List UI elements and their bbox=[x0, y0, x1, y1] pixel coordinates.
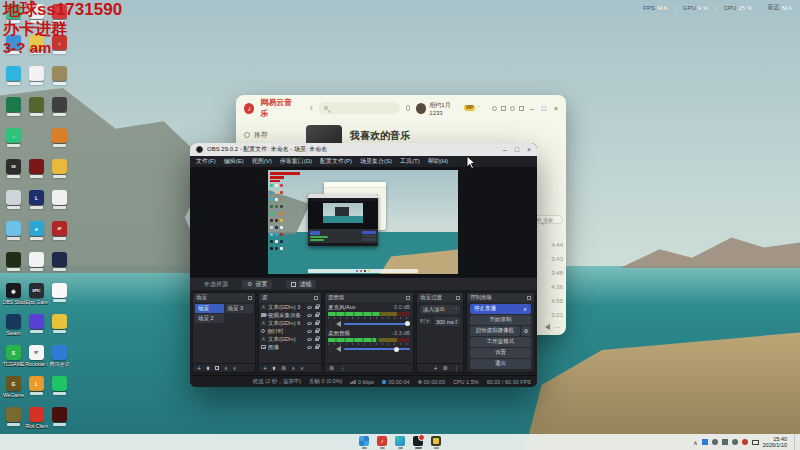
add-source-button[interactable]: + bbox=[263, 365, 267, 372]
minimize-button[interactable]: – bbox=[503, 146, 507, 153]
speaker-icon[interactable] bbox=[336, 321, 341, 327]
more-icon[interactable]: ⋯ bbox=[554, 323, 560, 330]
desktop-icon[interactable] bbox=[48, 190, 71, 221]
desktop-icon[interactable]: L bbox=[25, 190, 48, 221]
desktop-icon[interactable]: ♪ bbox=[2, 128, 25, 159]
desktop-icon[interactable] bbox=[2, 221, 25, 252]
desktop-icon[interactable] bbox=[2, 97, 25, 128]
menu-item[interactable]: 帮助(H) bbox=[428, 157, 448, 166]
speaker-icon[interactable] bbox=[336, 346, 341, 352]
desktop-icon[interactable]: Steam bbox=[2, 314, 25, 345]
filters-button[interactable]: 滤镜 bbox=[286, 280, 316, 289]
move-up-button[interactable]: ∧ bbox=[291, 366, 295, 371]
advanced-audio-button[interactable]: ⚙ bbox=[329, 365, 334, 371]
control-button-开始录制[interactable]: 开始录制 bbox=[470, 315, 531, 325]
stop-streaming-button[interactable]: 停止直播∨ bbox=[470, 304, 531, 314]
tray-chevron-icon[interactable]: ∧ bbox=[693, 439, 697, 446]
menu-item[interactable]: 视图(V) bbox=[252, 157, 272, 166]
settings-icon[interactable] bbox=[501, 106, 506, 111]
virtual-camera-button[interactable]: 启动虚拟摄像机 bbox=[470, 326, 520, 336]
control-button-工作室模式[interactable]: 工作室模式 bbox=[470, 337, 531, 347]
lock-icon[interactable] bbox=[315, 314, 319, 317]
source-row[interactable]: A文本(GDI+) 6 bbox=[261, 319, 319, 327]
desktop-icon[interactable]: 4F bbox=[48, 221, 71, 252]
tray-app-icon[interactable] bbox=[712, 439, 718, 445]
source-row[interactable]: 图像 bbox=[261, 343, 319, 351]
volume-icon[interactable] bbox=[545, 324, 550, 330]
popout-icon[interactable] bbox=[527, 296, 531, 300]
mixer-menu-icon[interactable]: ⋮ bbox=[339, 365, 345, 371]
volume-slider[interactable] bbox=[344, 348, 410, 350]
menu-item[interactable]: 编辑(E) bbox=[224, 157, 244, 166]
add-scene-button[interactable]: + bbox=[197, 365, 201, 372]
source-properties-button[interactable]: ⚙ bbox=[281, 365, 286, 371]
taskbar-edge[interactable] bbox=[395, 436, 405, 449]
start-button[interactable] bbox=[359, 436, 369, 449]
move-up-button[interactable]: ∧ bbox=[224, 366, 228, 371]
minimize-button[interactable]: – bbox=[530, 105, 534, 112]
chevron-down-icon[interactable]: ∨ bbox=[523, 306, 527, 312]
desktop-icon[interactable]: ◉OBS Studio bbox=[2, 283, 25, 314]
scene-item[interactable]: 场景 3 bbox=[225, 304, 254, 313]
popout-icon[interactable] bbox=[456, 296, 460, 300]
desktop-icon[interactable] bbox=[48, 66, 71, 97]
tray-app-icon[interactable] bbox=[742, 439, 748, 445]
desktop-icon[interactable] bbox=[2, 66, 25, 97]
transition-properties-button[interactable]: ⚙ bbox=[443, 365, 448, 371]
lock-icon[interactable] bbox=[315, 338, 319, 341]
sidebar-item-推荐[interactable]: 推荐 bbox=[244, 127, 292, 143]
menu-item[interactable]: 停靠窗口(D) bbox=[280, 157, 312, 166]
desktop-icon[interactable]: L bbox=[25, 376, 48, 407]
popout-icon[interactable] bbox=[406, 296, 410, 300]
source-row[interactable]: 视频采集设备 bbox=[261, 311, 319, 319]
desktop-icon[interactable] bbox=[25, 314, 48, 345]
source-row[interactable]: A文本(GDI+) bbox=[261, 335, 319, 343]
transition-menu-icon[interactable]: ⋮ bbox=[453, 365, 459, 371]
scene-item[interactable]: 场景 bbox=[195, 304, 224, 313]
taskbar-obs[interactable] bbox=[413, 436, 423, 449]
visibility-eye-icon[interactable] bbox=[307, 322, 312, 325]
obs-titlebar[interactable]: OBS 29.0.2 - 配置文件: 未命名 - 场景: 未命名 – □ × bbox=[190, 143, 537, 156]
scene-item[interactable]: 场景 2 bbox=[195, 314, 224, 323]
user-area[interactable]: 相约1月1233 VIP ˇ bbox=[416, 101, 479, 116]
drag-handle-icon[interactable]: ⋮ bbox=[328, 321, 333, 326]
source-row[interactable]: 倒计时 bbox=[261, 327, 319, 335]
desktop-icon[interactable] bbox=[25, 252, 48, 283]
visibility-eye-icon[interactable] bbox=[307, 338, 312, 341]
close-button[interactable]: × bbox=[554, 105, 558, 112]
desktop-icon[interactable] bbox=[48, 376, 71, 407]
desktop-icon[interactable]: 腾讯会议 bbox=[48, 345, 71, 376]
remove-scene-button[interactable] bbox=[206, 366, 210, 370]
desktop-icon[interactable] bbox=[48, 97, 71, 128]
add-transition-button[interactable]: + bbox=[434, 365, 438, 372]
desktop-icon[interactable] bbox=[48, 283, 71, 314]
virtual-camera-settings-button[interactable]: ⚙ bbox=[521, 326, 531, 336]
desktop-icon[interactable]: STCGAME bbox=[2, 345, 25, 376]
lock-icon[interactable] bbox=[315, 330, 319, 333]
desktop-icon[interactable]: e bbox=[25, 221, 48, 252]
tray-app-icon[interactable] bbox=[732, 439, 738, 445]
microphone-icon[interactable] bbox=[406, 105, 410, 111]
lock-icon[interactable] bbox=[315, 322, 319, 325]
popout-icon[interactable] bbox=[248, 296, 252, 300]
desktop-icon[interactable]: EPICEpic Games Launcher bbox=[25, 283, 48, 314]
desktop-icon[interactable]: R*Rockstar Games bbox=[25, 345, 48, 376]
duplicate-scene-button[interactable] bbox=[215, 366, 219, 370]
desktop-icon[interactable] bbox=[48, 159, 71, 190]
remove-source-button[interactable] bbox=[272, 366, 276, 370]
desktop-icon[interactable]: SE bbox=[2, 159, 25, 190]
taskbar-netease[interactable]: ♪ bbox=[377, 436, 387, 449]
desktop-icon[interactable] bbox=[48, 252, 71, 283]
desktop-icon[interactable] bbox=[25, 66, 48, 97]
menu-item[interactable]: 文件(F) bbox=[196, 157, 216, 166]
lock-icon[interactable] bbox=[315, 346, 319, 349]
menu-item[interactable]: 场景集合(S) bbox=[360, 157, 392, 166]
control-button-设置[interactable]: 设置 bbox=[470, 348, 531, 358]
desktop-icon[interactable] bbox=[48, 314, 71, 345]
move-down-button[interactable]: ∨ bbox=[233, 366, 237, 371]
menu-item[interactable]: 配置文件(P) bbox=[320, 157, 352, 166]
desktop-icon[interactable] bbox=[2, 190, 25, 221]
source-row[interactable]: A文本(GDI+) 3 bbox=[261, 303, 319, 311]
desktop-icon[interactable]: GWeGame bbox=[2, 376, 25, 407]
drag-handle-icon[interactable]: ⋮ bbox=[328, 347, 333, 352]
